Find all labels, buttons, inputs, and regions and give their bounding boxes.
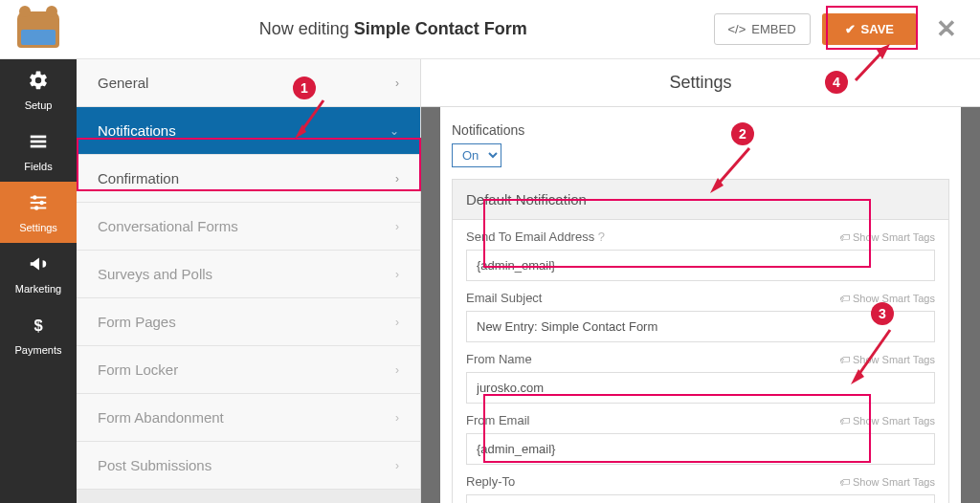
chevron-right-icon: › [395,459,399,472]
page-title: Now editing Simple Contact Form [73,19,714,39]
submenu-item-postsub[interactable]: Post Submissions› [77,442,420,490]
show-smart-tags[interactable]: 🏷Show Smart Tags [839,231,935,243]
from-name-input[interactable] [466,372,935,404]
panel-title: Settings [421,59,980,107]
chevron-right-icon: › [395,316,399,329]
chevron-right-icon: › [395,363,399,377]
submenu-item-conversational[interactable]: Conversational Forms› [77,203,420,251]
svg-rect-0 [31,135,47,138]
sidebar-item-setup[interactable]: Setup [0,59,77,120]
sidebar-item-payments[interactable]: $ Payments [0,304,77,365]
chevron-right-icon: › [395,411,399,425]
field-label: Send To Email Address [466,230,594,244]
sidebar-item-label: Fields [24,161,52,172]
default-notification-box: Default Notification Send To Email Addre… [452,179,949,503]
chevron-right-icon: › [395,172,399,186]
submenu-item-confirmation[interactable]: Confirmation› [77,155,420,203]
svg-rect-1 [31,140,47,142]
submenu-item-formpages[interactable]: Form Pages› [77,298,420,346]
from-email-input[interactable] [466,433,935,465]
svg-point-6 [39,200,43,204]
send-to-email-input[interactable] [466,250,935,281]
submenu-item-abandon[interactable]: Form Abandonment› [77,394,420,442]
field-label: From Name [466,352,532,366]
submenu-item-notifications[interactable]: Notifications⌄ [77,107,420,155]
show-smart-tags[interactable]: 🏷Show Smart Tags [839,293,935,304]
check-icon: ✔ [845,22,856,36]
content-panel: Settings Notifications On Default Notifi… [421,59,980,503]
notifications-toggle[interactable]: On [452,143,501,167]
chevron-down-icon: ⌄ [390,124,399,138]
tag-icon: 🏷 [839,231,850,243]
sidebar-item-marketing[interactable]: Marketing [0,243,77,304]
show-smart-tags[interactable]: 🏷Show Smart Tags [839,476,935,488]
field-label: Reply-To [466,474,515,489]
logo [15,9,61,51]
submenu-item-surveys[interactable]: Surveys and Polls› [77,251,420,298]
save-button[interactable]: ✔ SAVE [822,13,917,45]
tag-icon: 🏷 [839,415,850,426]
field-label: Email Subject [466,291,542,305]
sidebar-item-fields[interactable]: Fields [0,120,77,182]
topbar: Now editing Simple Contact Form </> EMBE… [0,0,980,59]
notifications-label: Notifications [452,122,949,138]
reply-to-input[interactable] [466,494,935,503]
svg-point-8 [34,206,38,209]
sidebar-item-label: Payments [15,344,62,356]
dollar-icon: $ [28,315,49,340]
tag-icon: 🏷 [839,354,850,365]
sliders-icon [28,192,49,218]
close-icon[interactable]: ✕ [928,14,965,44]
field-label: From Email [466,413,529,427]
email-subject-input[interactable] [466,311,935,342]
svg-rect-2 [31,144,47,147]
list-icon [28,131,49,157]
submenu-item-general[interactable]: General› [77,59,420,107]
tag-icon: 🏷 [839,476,850,488]
show-smart-tags[interactable]: 🏷Show Smart Tags [839,354,935,365]
svg-text:$: $ [33,316,42,333]
gear-icon [28,70,49,96]
sidebar-item-label: Marketing [15,283,61,295]
help-icon[interactable]: ? [598,230,605,244]
show-smart-tags[interactable]: 🏷Show Smart Tags [839,415,935,426]
sidebar-item-label: Settings [19,222,57,233]
submenu-item-formlocker[interactable]: Form Locker› [77,346,420,394]
chevron-right-icon: › [395,77,399,90]
settings-submenu: General› Notifications⌄ Confirmation› Co… [77,59,421,503]
svg-point-4 [33,195,36,199]
bullhorn-icon [28,253,49,279]
sidebar: Setup Fields Settings Marketing $ Paymen… [0,59,77,503]
chevron-right-icon: › [395,220,399,233]
code-icon: </> [728,22,746,36]
tag-icon: 🏷 [839,293,850,304]
sidebar-item-settings[interactable]: Settings [0,182,77,243]
embed-button[interactable]: </> EMBED [714,13,811,45]
sidebar-item-label: Setup [25,99,53,111]
notification-group-title: Default Notification [453,180,948,220]
chevron-right-icon: › [395,268,399,281]
main: Setup Fields Settings Marketing $ Paymen… [0,59,980,503]
